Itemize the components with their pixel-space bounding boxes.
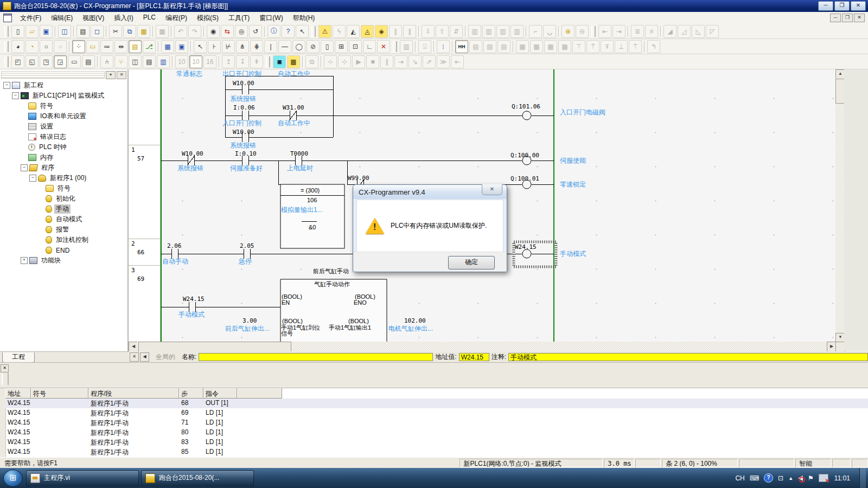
help-topics-icon[interactable]: ?	[282, 25, 295, 38]
insert-rung-icon[interactable]: ⍗	[418, 40, 431, 53]
menu-7[interactable]: 模拟(S)	[192, 12, 224, 24]
symbol-name-field[interactable]	[199, 353, 433, 361]
print-setup-icon[interactable]: ◫	[58, 25, 71, 38]
ci-view-icon[interactable]: ▣	[175, 40, 188, 53]
panel-grip[interactable]	[2, 373, 9, 385]
compare-with-plc-icon[interactable]: ⇵	[450, 25, 463, 38]
pause-a-icon[interactable]: ∥	[389, 25, 402, 38]
xref-row[interactable]: W24.15新程序1/手动85LD [1]	[5, 447, 868, 457]
timer-set-4-icon[interactable]: ⊥	[615, 40, 628, 53]
context-help-icon[interactable]: ↖	[296, 25, 309, 38]
fb-parameter-icon[interactable]: ⊡	[349, 40, 362, 53]
trigger-pause-icon[interactable]: ⊹	[338, 55, 351, 68]
program-check-icon[interactable]: ◬	[361, 25, 374, 38]
delete-icon[interactable]: ✕	[377, 40, 390, 53]
dock-pin-button[interactable]: ▾	[106, 71, 116, 79]
signed-decimal-icon[interactable]: 10	[189, 55, 202, 68]
zoom-100-icon[interactable]: ○	[40, 40, 53, 53]
step-run-icon[interactable]: ⇥	[394, 55, 407, 68]
monitor-check-icon[interactable]: ▤	[497, 40, 510, 53]
decimal-icon[interactable]: 10	[175, 55, 188, 68]
toolbar-handle[interactable]	[4, 41, 9, 52]
coil-icon[interactable]: ◯	[292, 40, 305, 53]
find-symbol-icon[interactable]: ◎	[235, 25, 248, 38]
tree-item-PLC 时钟[interactable]: PLC 时钟	[0, 142, 129, 152]
diff-monitor-3-icon[interactable]: ▦	[544, 40, 557, 53]
io-monitor-icon[interactable]: ▥	[157, 55, 170, 68]
column-header-步[interactable]: 步	[179, 388, 203, 399]
tree-item-符号[interactable]: 符号	[0, 183, 129, 194]
set-value-icon[interactable]: ↥	[222, 55, 235, 68]
taskbar-app-labview[interactable]: 主程序.vi	[26, 470, 139, 486]
step-over-icon[interactable]: ≫	[437, 55, 450, 68]
horizontal-line-icon[interactable]: —	[278, 40, 291, 53]
time-chart-icon[interactable]: ⍽	[543, 25, 556, 38]
coil-closed-icon[interactable]: ⊘	[307, 40, 320, 53]
symbol-comment-field[interactable]: 手动模式	[508, 353, 868, 361]
show-hidden-icons[interactable]: ▲	[788, 476, 793, 481]
column-header-地址[interactable]: 地址	[5, 388, 31, 399]
output-window-icon[interactable]: ▤	[143, 55, 156, 68]
menu-8[interactable]: 工具(T)	[224, 12, 254, 24]
simulate-run-icon[interactable]: ▶	[352, 55, 365, 68]
menu-9[interactable]: 窗口(W)	[254, 12, 288, 24]
show-grid-icon[interactable]: ⁘	[72, 40, 85, 53]
fb-invoke-icon[interactable]: ⊞	[335, 40, 348, 53]
symbol-address-field[interactable]: W24.15	[459, 353, 489, 361]
dock-close-button[interactable]: ✕	[117, 71, 126, 79]
retrace-icon[interactable]: ↺	[249, 25, 262, 38]
online-edit-compile-icon[interactable]: ϟ	[333, 25, 346, 38]
new-window-icon[interactable]: ◰	[11, 55, 24, 68]
address-reference-tool-icon[interactable]: ⑂	[114, 55, 127, 68]
go-prev-icon[interactable]: ◿	[678, 25, 691, 38]
start-button[interactable]: ⊞	[3, 470, 23, 487]
pause-monitoring-icon[interactable]: ⊹	[324, 55, 337, 68]
simulate-pause-icon[interactable]: ∥	[380, 55, 393, 68]
symbol-bar-close-button[interactable]: ✕	[130, 352, 139, 362]
monitor-mode-icon[interactable]: ▥	[482, 25, 495, 38]
toolbar-handle[interactable]	[591, 26, 596, 37]
contact-or-nc-icon[interactable]: ⋕	[250, 40, 263, 53]
action-center-flag-icon[interactable]: ⚑	[808, 474, 814, 482]
step-in-icon[interactable]: ⇘	[409, 55, 422, 68]
zoom-fit-icon[interactable]: ○	[54, 40, 67, 53]
timer-set-1-icon[interactable]: ⊤	[572, 40, 585, 53]
monitor-z-icon[interactable]: ▤	[469, 40, 482, 53]
rung-wrap-icon[interactable]: ≣	[631, 25, 644, 38]
cut-icon[interactable]: ✂	[109, 25, 122, 38]
xref-row[interactable]: W24.15新程序1/手动68OUT [1]	[5, 399, 868, 408]
toolbar-handle[interactable]	[393, 41, 397, 52]
close-button[interactable]: ✕	[851, 1, 866, 11]
new-document-icon[interactable]: ▯	[11, 25, 24, 38]
rung-shrink-icon[interactable]: ≡	[645, 25, 658, 38]
watch-window-icon[interactable]: ◫	[129, 55, 142, 68]
toolbar-handle[interactable]	[4, 26, 9, 37]
about-icon[interactable]: ⓘ	[267, 25, 280, 38]
reset-value-icon[interactable]: ↧	[236, 55, 249, 68]
zoom-in-icon[interactable]: ◕	[11, 40, 24, 53]
timer-set-5-icon[interactable]: ⍡	[629, 40, 642, 53]
online-monitor-icon[interactable]: HH	[455, 40, 468, 53]
collapse-icon[interactable]: −	[21, 164, 28, 171]
tree-item-设置[interactable]: 设置	[0, 121, 129, 132]
vertical-line-icon[interactable]: |	[264, 40, 277, 53]
io-comment-view-icon[interactable]: ⇹	[114, 40, 127, 53]
run-to-cursor-icon[interactable]: ⇤	[451, 55, 464, 68]
menu-4[interactable]: 插入(I)	[109, 12, 138, 24]
collapse-icon[interactable]: −	[3, 82, 10, 89]
contact-no-icon[interactable]: ⊦	[208, 40, 221, 53]
transfer-from-plc-icon[interactable]: ⇧	[436, 25, 449, 38]
dialog-close-button[interactable]: ✕	[482, 184, 502, 195]
work-online-icon[interactable]: ▥	[468, 25, 481, 38]
arrange-windows-icon[interactable]: ◱	[25, 55, 39, 68]
xref-row[interactable]: W24.15新程序1/手动83LD [1]	[5, 438, 868, 447]
open-project-icon[interactable]: ▱	[25, 25, 39, 38]
step-out-icon[interactable]: ⇗	[423, 55, 436, 68]
expand-icon[interactable]: +	[21, 257, 28, 264]
tree-item-错误日志[interactable]: 错误日志	[0, 132, 129, 142]
contact-nc-icon[interactable]: ⊬	[222, 40, 235, 53]
tab-project[interactable]: 工程	[2, 352, 35, 363]
toolbar-handle[interactable]	[311, 26, 316, 37]
instruction-box-icon[interactable]: ▯	[321, 40, 334, 53]
compile-all-icon[interactable]: ◭	[347, 25, 360, 38]
